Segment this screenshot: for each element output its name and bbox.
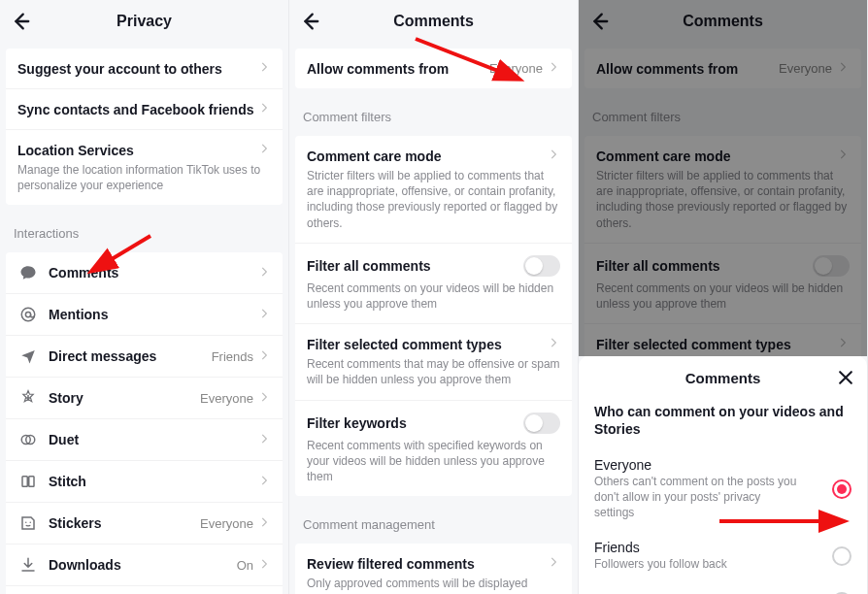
section-title-filters: Comment filters bbox=[289, 96, 578, 130]
comment-mgmt-card: Review filtered comments Only approved c… bbox=[295, 544, 572, 594]
chevron-right-icon bbox=[547, 555, 560, 572]
row-description: Recent comments on your videos will be h… bbox=[295, 280, 572, 323]
row-review-filtered[interactable]: Review filtered comments bbox=[295, 544, 572, 576]
row-label: Filter keywords bbox=[307, 415, 523, 431]
sheet-header: Comments bbox=[579, 356, 867, 399]
chevron-right-icon bbox=[547, 148, 560, 164]
row-filter-all[interactable]: Filter all comments bbox=[295, 243, 572, 280]
chevron-right-icon bbox=[257, 307, 271, 323]
row-label: Stickers bbox=[49, 515, 200, 531]
toggle-filter-all[interactable] bbox=[523, 255, 560, 277]
svg-rect-5 bbox=[29, 477, 34, 487]
row-value: On bbox=[237, 558, 253, 573]
row-description: Only approved comments will be displayed bbox=[295, 576, 572, 594]
option-no-one[interactable]: No one bbox=[579, 582, 867, 594]
close-icon bbox=[836, 368, 855, 387]
download-icon bbox=[17, 556, 39, 574]
chevron-right-icon bbox=[547, 60, 560, 77]
chevron-right-icon bbox=[257, 474, 271, 490]
row-label: Stitch bbox=[49, 474, 257, 489]
privacy-group-account: Suggest your account to others Sync cont… bbox=[6, 49, 283, 205]
page-title: Comments bbox=[683, 13, 763, 30]
sticker-icon bbox=[17, 514, 39, 532]
chevron-right-icon bbox=[257, 390, 271, 407]
row-filter-keywords[interactable]: Filter keywords bbox=[295, 400, 572, 438]
row-filter-types[interactable]: Filter selected comment types bbox=[295, 323, 572, 356]
row-label: Duet bbox=[49, 432, 257, 447]
header: Privacy bbox=[0, 0, 288, 43]
chevron-right-icon bbox=[257, 557, 271, 574]
back-button[interactable] bbox=[10, 0, 31, 43]
row-sync-contacts[interactable]: Sync contacts and Facebook friends bbox=[6, 88, 283, 129]
row-label: Comment care mode bbox=[307, 148, 547, 164]
row-comments[interactable]: Comments bbox=[6, 252, 283, 293]
mention-icon bbox=[17, 306, 39, 323]
back-arrow-icon bbox=[299, 11, 320, 32]
page-title: Privacy bbox=[117, 13, 172, 30]
row-direct-messages[interactable]: Direct messages Friends bbox=[6, 335, 283, 377]
row-filter-all[interactable]: Filter all comments bbox=[584, 243, 861, 280]
back-button[interactable] bbox=[588, 0, 610, 43]
row-mentions[interactable]: Mentions bbox=[6, 293, 283, 335]
chevron-right-icon bbox=[257, 432, 271, 448]
comment-icon bbox=[17, 264, 39, 281]
header: Comments bbox=[289, 0, 578, 43]
section-title-management: Comment management bbox=[289, 504, 578, 538]
svg-point-1 bbox=[25, 313, 30, 317]
row-label: Suggest your account to others bbox=[17, 61, 257, 77]
privacy-group-interactions: Comments Mentions Direct messages Friend… bbox=[6, 252, 283, 594]
row-following-list[interactable]: Following list Everyone bbox=[6, 585, 283, 594]
row-care-mode[interactable]: Comment care mode bbox=[584, 136, 861, 168]
row-description: Manage the location information TikTok u… bbox=[6, 162, 283, 205]
row-story[interactable]: Story Everyone bbox=[6, 377, 283, 418]
chevron-right-icon bbox=[257, 101, 271, 117]
chevron-right-icon bbox=[257, 60, 271, 77]
chevron-right-icon bbox=[257, 265, 271, 281]
chevron-right-icon bbox=[257, 142, 271, 158]
row-location-services[interactable]: Location Services bbox=[6, 129, 283, 162]
page-title: Comments bbox=[393, 13, 474, 30]
section-title-interactions: Interactions bbox=[0, 213, 288, 247]
row-duet[interactable]: Duet bbox=[6, 418, 283, 460]
bottom-sheet-comments: Comments Who can comment on your videos … bbox=[579, 356, 867, 594]
sheet-title: Comments bbox=[685, 370, 761, 386]
row-stitch[interactable]: Stitch bbox=[6, 460, 283, 502]
option-description: Followers you follow back bbox=[594, 557, 798, 573]
row-suggest-account[interactable]: Suggest your account to others bbox=[6, 49, 283, 88]
row-label: Mentions bbox=[49, 307, 257, 322]
row-label: Downloads bbox=[49, 557, 237, 573]
row-care-mode[interactable]: Comment care mode bbox=[295, 136, 572, 168]
row-value: Friends bbox=[212, 349, 253, 364]
back-button[interactable] bbox=[299, 0, 320, 43]
option-description: Others can't comment on the posts you do… bbox=[594, 475, 798, 520]
close-button[interactable] bbox=[836, 356, 855, 399]
row-description: Recent comments that may be offensive or… bbox=[295, 356, 572, 399]
back-arrow-icon bbox=[588, 11, 610, 32]
chevron-right-icon bbox=[547, 336, 560, 352]
row-description: Stricter filters will be applied to comm… bbox=[295, 168, 572, 243]
toggle-filter-all[interactable] bbox=[813, 255, 850, 277]
row-allow-comments-from[interactable]: Allow comments from Everyone bbox=[295, 49, 572, 88]
chevron-right-icon bbox=[836, 148, 850, 164]
option-title: Everyone bbox=[594, 457, 832, 473]
chevron-right-icon bbox=[836, 60, 850, 77]
svg-rect-4 bbox=[22, 477, 27, 487]
svg-point-6 bbox=[25, 522, 27, 524]
toggle-filter-keywords[interactable] bbox=[523, 412, 560, 434]
svg-point-0 bbox=[21, 309, 35, 322]
row-label: Story bbox=[49, 390, 200, 406]
dm-icon bbox=[17, 347, 39, 365]
row-allow-comments-from[interactable]: Allow comments from Everyone bbox=[584, 49, 861, 88]
row-stickers[interactable]: Stickers Everyone bbox=[6, 502, 283, 544]
option-friends[interactable]: Friends Followers you follow back bbox=[579, 530, 867, 582]
duet-icon bbox=[17, 431, 39, 448]
radio-everyone[interactable] bbox=[832, 479, 851, 499]
pane-comments: Comments Allow comments from Everyone Co… bbox=[289, 0, 579, 594]
row-label: Comments bbox=[49, 265, 257, 280]
row-downloads[interactable]: Downloads On bbox=[6, 544, 283, 585]
row-value: Everyone bbox=[489, 61, 543, 76]
row-label: Filter selected comment types bbox=[307, 337, 547, 352]
story-icon bbox=[17, 389, 39, 407]
option-everyone[interactable]: Everyone Others can't comment on the pos… bbox=[579, 447, 867, 530]
radio-friends[interactable] bbox=[832, 546, 851, 566]
